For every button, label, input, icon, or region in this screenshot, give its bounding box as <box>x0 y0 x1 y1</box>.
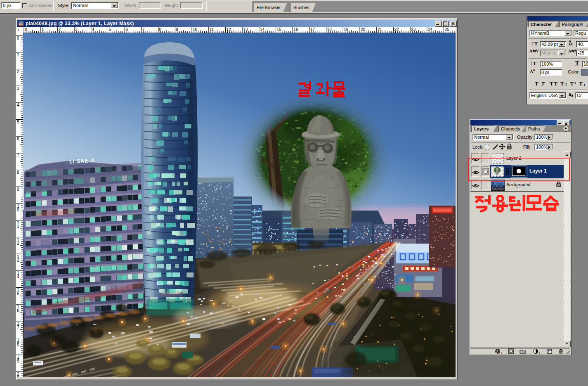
svg-text:16: 16 <box>293 27 298 32</box>
svg-text:14: 14 <box>260 27 265 32</box>
svg-text:20: 20 <box>361 27 366 32</box>
svg-text:13: 13 <box>243 27 248 32</box>
svg-text:4: 4 <box>17 275 19 279</box>
svg-text:24: 24 <box>428 27 433 32</box>
svg-text:17: 17 <box>310 27 315 32</box>
svg-text:19: 19 <box>344 27 349 32</box>
svg-text:10: 10 <box>193 27 198 32</box>
svg-text:25: 25 <box>445 27 450 32</box>
svg-text:11: 11 <box>210 27 214 32</box>
svg-text:9: 9 <box>17 187 19 192</box>
svg-text:8: 8 <box>17 170 19 175</box>
svg-text:0: 0 <box>17 36 19 40</box>
svg-text:0: 0 <box>17 376 19 377</box>
svg-text:21: 21 <box>378 27 383 32</box>
svg-text:0: 0 <box>17 208 19 212</box>
svg-text:6: 6 <box>17 308 19 313</box>
svg-text:6: 6 <box>17 137 19 141</box>
svg-text:15: 15 <box>277 27 282 32</box>
svg-text:3: 3 <box>17 86 19 91</box>
svg-text:9: 9 <box>17 359 19 363</box>
svg-text:4: 4 <box>17 103 19 107</box>
svg-text:2: 2 <box>17 241 19 246</box>
svg-text:1: 1 <box>17 52 19 57</box>
svg-text:12: 12 <box>226 27 231 32</box>
svg-text:7: 7 <box>17 325 19 329</box>
svg-text:5: 5 <box>17 291 19 296</box>
svg-text:3: 3 <box>17 258 19 263</box>
svg-text:1: 1 <box>17 224 19 229</box>
svg-text:18: 18 <box>327 27 332 32</box>
svg-text:5: 5 <box>17 120 19 124</box>
svg-text:22: 22 <box>394 27 399 32</box>
svg-text:7: 7 <box>17 153 19 158</box>
svg-text:2: 2 <box>17 69 19 74</box>
svg-text:8: 8 <box>17 342 19 346</box>
svg-text:23: 23 <box>411 27 416 32</box>
